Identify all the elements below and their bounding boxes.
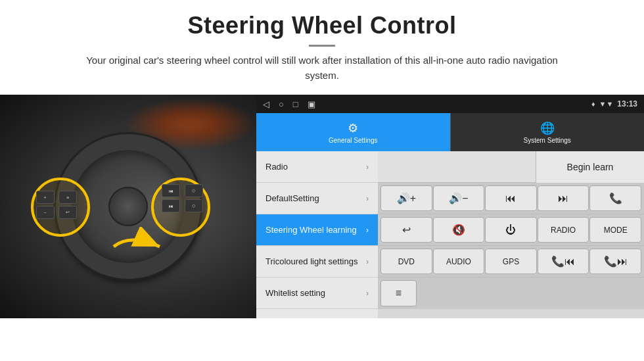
mute-icon: 🔇 — [452, 224, 465, 236]
vol-down-icon: 🔊− — [449, 192, 468, 205]
sw-btn-minus: − — [36, 206, 55, 219]
clock: 13:13 — [617, 99, 637, 108]
menu-icon: ▣ — [308, 99, 315, 109]
arrow-indicator — [110, 227, 170, 269]
next-track-icon: ⏭ — [558, 193, 568, 205]
tel-prev-icon: 📞⏮ — [551, 255, 575, 268]
menu-list: Radio › DefaultSetting › Steering Wheel … — [256, 151, 378, 318]
steering-wheel-hub — [108, 187, 148, 226]
button-row-1: 🔊+ 🔊− ⏮ ⏭ 📞 — [378, 183, 644, 214]
status-bar-left: ◁ ○ □ ▣ — [263, 99, 315, 109]
hang-up-button[interactable]: ↩ — [380, 217, 432, 243]
list-button[interactable]: ≡ — [380, 280, 417, 306]
radio-button[interactable]: RADIO — [538, 217, 589, 243]
vol-up-button[interactable]: 🔊+ — [380, 185, 432, 211]
mode-label: MODE — [604, 226, 628, 235]
subtitle: Your original car's steering wheel contr… — [85, 53, 559, 83]
back-icon: ◁ — [263, 99, 269, 109]
title-divider — [309, 45, 335, 47]
content-section: + ≡ − ↩ ⏮ ◇ ⏭ ◇ — [0, 95, 644, 361]
button-row-3: DVD AUDIO GPS 📞⏮ 📞⏭ — [378, 246, 644, 277]
menu-item-default-setting[interactable]: DefaultSetting › — [256, 183, 378, 214]
tel-next-icon: 📞⏭ — [604, 255, 628, 268]
vol-up-icon: 🔊+ — [397, 192, 416, 205]
chevron-right-icon: › — [366, 226, 369, 235]
gps-button[interactable]: GPS — [485, 249, 537, 274]
dvd-button[interactable]: DVD — [380, 249, 432, 274]
status-bar-right: ♦ ▼▼ 13:13 — [591, 99, 637, 108]
ui-panel: ◁ ○ □ ▣ ♦ ▼▼ 13:13 ⚙ General Settings — [256, 95, 644, 318]
button-row-2: ↩ 🔇 ⏻ RADIO MODE — [378, 214, 644, 246]
top-row: Begin learn — [378, 151, 644, 183]
chevron-right-icon: › — [366, 194, 369, 203]
page-title: Steering Wheel Control — [26, 12, 618, 39]
prev-track-button[interactable]: ⏮ — [485, 185, 537, 211]
home-icon: ○ — [279, 99, 284, 109]
header-section: Steering Wheel Control Your original car… — [0, 0, 644, 88]
power-icon: ⏻ — [505, 224, 516, 236]
mute-button[interactable]: 🔇 — [433, 217, 485, 243]
location-icon: ♦ — [591, 100, 595, 108]
menu-item-tricoloured[interactable]: Tricoloured light settings › — [256, 246, 378, 277]
menu-item-whitelist[interactable]: Whitelist setting › — [256, 277, 378, 309]
next-track-button[interactable]: ⏭ — [538, 185, 589, 211]
sw-btn-r2: ◇ — [185, 184, 203, 197]
prev-track-icon: ⏮ — [505, 193, 516, 205]
page-container: Steering Wheel Control Your original car… — [0, 0, 644, 361]
mode-button[interactable]: MODE — [589, 217, 641, 243]
tab-general-settings[interactable]: ⚙ General Settings — [256, 113, 450, 151]
call-button[interactable]: 📞 — [589, 185, 641, 211]
hang-up-icon: ↩ — [402, 224, 411, 236]
sw-btn-r4: ◇ — [185, 199, 203, 212]
menu-item-radio[interactable]: Radio › — [256, 151, 378, 183]
sw-btn-r1: ⏮ — [162, 184, 180, 197]
chevron-right-icon: › — [366, 162, 369, 172]
list-icon: ≡ — [396, 287, 402, 299]
dvd-label: DVD — [398, 257, 415, 266]
sw-btn-mode: ≡ — [58, 191, 77, 204]
sw-buttons-left: + ≡ − ↩ — [36, 191, 80, 219]
power-button[interactable]: ⏻ — [485, 217, 537, 243]
chevron-right-icon: › — [366, 257, 369, 266]
tab-bar: ⚙ General Settings 🌐 System Settings — [256, 113, 644, 151]
sw-btn-plus: + — [36, 191, 55, 204]
begin-learn-button[interactable]: Begin learn — [536, 151, 644, 183]
car-image-area: + ≡ − ↩ ⏮ ◇ ⏭ ◇ — [0, 95, 256, 318]
sw-btn-back: ↩ — [58, 206, 77, 219]
button-row-4: ≡ — [378, 277, 644, 309]
call-icon: 📞 — [609, 192, 622, 205]
globe-icon: 🌐 — [540, 121, 555, 135]
wifi-icon: ▼▼ — [599, 100, 614, 108]
tab-system-settings[interactable]: 🌐 System Settings — [450, 113, 645, 151]
square-icon: □ — [293, 99, 298, 109]
radio-label: RADIO — [551, 226, 576, 235]
tel-prev-button[interactable]: 📞⏮ — [538, 249, 589, 274]
sw-btn-r3: ⏭ — [162, 199, 180, 212]
main-content: Radio › DefaultSetting › Steering Wheel … — [256, 151, 644, 318]
vol-down-button[interactable]: 🔊− — [433, 185, 485, 211]
gps-label: GPS — [503, 257, 519, 266]
empty-cell — [378, 151, 536, 182]
menu-item-steering-wheel[interactable]: Steering Wheel learning › — [256, 214, 378, 246]
button-grid: Begin learn 🔊+ 🔊− ⏮ — [378, 151, 644, 318]
audio-label: AUDIO — [446, 257, 471, 266]
status-bar: ◁ ○ □ ▣ ♦ ▼▼ 13:13 — [256, 95, 644, 113]
chevron-right-icon: › — [366, 289, 369, 298]
tel-next-button[interactable]: 📞⏭ — [589, 249, 641, 274]
gear-icon: ⚙ — [348, 121, 358, 135]
audio-button[interactable]: AUDIO — [433, 249, 485, 274]
sw-buttons-right: ⏮ ◇ ⏭ ◇ — [162, 184, 205, 212]
